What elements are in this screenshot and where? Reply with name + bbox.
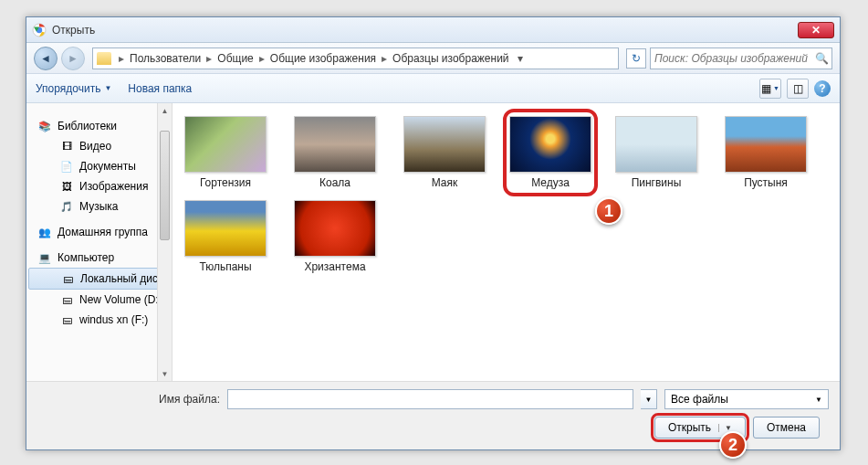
- sidebar-item-music[interactable]: 🎵Музыка: [26, 196, 172, 217]
- breadcrumb[interactable]: ▸ Пользователи ▸ Общие ▸ Общие изображен…: [92, 48, 619, 69]
- filetype-select[interactable]: Все файлы▼: [664, 389, 829, 409]
- sidebar-homegroup[interactable]: 👥Домашняя группа: [26, 222, 172, 242]
- scroll-down-icon[interactable]: ▼: [158, 366, 172, 381]
- search-icon: 🔍: [815, 52, 828, 65]
- search-box[interactable]: 🔍: [650, 48, 832, 69]
- file-thumb[interactable]: Медуза: [507, 112, 594, 193]
- libraries-icon: 📚: [37, 119, 52, 133]
- drive-icon: 🖴: [59, 292, 74, 307]
- new-folder-button[interactable]: Новая папка: [128, 82, 192, 95]
- crumb-2[interactable]: Общие изображения: [267, 52, 380, 65]
- forward-button[interactable]: ►: [61, 47, 85, 70]
- refresh-icon: ↻: [632, 52, 641, 65]
- sidebar-drive-c[interactable]: 🖴Локальный диск: [28, 268, 170, 290]
- thumbnail-label: Гортензия: [200, 176, 251, 189]
- navbar: ◄ ► ▸ Пользователи ▸ Общие ▸ Общие изобр…: [26, 43, 840, 74]
- thumbnail-label: Коала: [319, 176, 350, 189]
- thumbnail-image: [725, 116, 807, 173]
- close-button[interactable]: ✕: [798, 22, 834, 38]
- sidebar-item-video[interactable]: 🎞Видео: [26, 136, 172, 156]
- computer-icon: 💻: [37, 250, 52, 265]
- thumbnail-image: [403, 116, 486, 173]
- sidebar-drive-d[interactable]: 🖴New Volume (D:): [26, 290, 172, 310]
- file-thumb[interactable]: Пустыня: [722, 116, 810, 189]
- cancel-button[interactable]: Отмена: [753, 417, 820, 439]
- chevron-down-icon: ▼: [718, 424, 732, 432]
- view-mode-button[interactable]: ▦▼: [759, 79, 781, 99]
- file-thumb[interactable]: Тюльпаны: [182, 200, 269, 273]
- sidebar-item-documents[interactable]: 📄Документы: [26, 156, 172, 176]
- thumbnail-label: Пустыня: [744, 176, 788, 189]
- drive-icon: 🖴: [59, 312, 74, 327]
- crumb-1[interactable]: Общие: [214, 52, 256, 65]
- thumbnail-image: [615, 116, 697, 173]
- thumbnail-image: [509, 116, 591, 173]
- homegroup-icon: 👥: [37, 225, 52, 239]
- thumbnail-image: [184, 116, 267, 173]
- filename-label: Имя файла:: [37, 393, 220, 406]
- drive-icon: 🖴: [60, 271, 75, 286]
- chevron-right-icon: ▸: [117, 52, 126, 65]
- file-thumb[interactable]: Хризантема: [291, 200, 379, 273]
- thumbnail-label: Маяк: [432, 176, 458, 189]
- help-button[interactable]: ?: [814, 80, 831, 97]
- file-thumb[interactable]: Пингвины: [612, 116, 700, 189]
- organize-menu[interactable]: Упорядочить▼: [36, 82, 111, 95]
- breadcrumb-dropdown[interactable]: ▾: [513, 52, 528, 65]
- file-thumb[interactable]: Гортензия: [182, 116, 269, 189]
- sidebar-drive-f[interactable]: 🖴windus xn (F:): [26, 310, 172, 330]
- close-icon: ✕: [811, 24, 821, 37]
- annotation-marker-2: 2: [719, 431, 747, 459]
- chevron-down-icon: ▼: [773, 85, 779, 91]
- document-icon: 📄: [59, 159, 74, 174]
- refresh-button[interactable]: ↻: [626, 48, 646, 69]
- thumbnail-label: Медуза: [531, 176, 570, 189]
- chevron-right-icon: ▸: [257, 52, 267, 65]
- thumbnail-image: [294, 116, 376, 173]
- file-thumb[interactable]: Маяк: [401, 116, 488, 189]
- filename-input[interactable]: [227, 389, 633, 409]
- chevron-down-icon: ▼: [104, 84, 111, 92]
- chevron-down-icon: ▼: [815, 396, 822, 404]
- crumb-3[interactable]: Образцы изображений: [389, 52, 512, 65]
- file-grid: ГортензияКоалаМаякМедузаПингвиныПустыняТ…: [173, 103, 840, 381]
- scroll-thumb[interactable]: [160, 131, 170, 240]
- arrow-left-icon: ◄: [40, 52, 51, 65]
- thumbnail-label: Пингвины: [632, 176, 682, 189]
- search-input[interactable]: [654, 52, 815, 65]
- chevron-right-icon: ▸: [204, 52, 214, 65]
- sidebar-scrollbar[interactable]: ▲ ▼: [157, 103, 172, 381]
- open-dialog: Открыть ✕ ◄ ► ▸ Пользователи ▸ Общие ▸ О…: [26, 16, 841, 450]
- thumbnail-image: [184, 200, 267, 257]
- video-icon: 🎞: [59, 139, 74, 153]
- sidebar-computer[interactable]: 💻Компьютер: [26, 248, 172, 268]
- arrow-right-icon: ►: [68, 52, 78, 65]
- thumbnail-label: Хризантема: [304, 260, 365, 273]
- sidebar: 📚Библиотеки 🎞Видео 📄Документы 🖼Изображен…: [26, 103, 173, 381]
- crumb-0[interactable]: Пользователи: [126, 52, 204, 65]
- thumbnail-label: Тюльпаны: [199, 260, 251, 273]
- footer: Имя файла: ▼ Все файлы▼ Открыть▼ Отмена: [26, 381, 840, 449]
- pane-icon: ◫: [793, 82, 803, 95]
- filename-dropdown[interactable]: ▼: [641, 389, 657, 409]
- toolbar: Упорядочить▼ Новая папка ▦▼ ◫ ?: [26, 74, 840, 103]
- preview-pane-button[interactable]: ◫: [787, 79, 809, 99]
- sidebar-libraries[interactable]: 📚Библиотеки: [26, 116, 172, 136]
- back-button[interactable]: ◄: [34, 47, 58, 70]
- pictures-icon: 🖼: [59, 179, 74, 194]
- chevron-right-icon: ▸: [380, 52, 389, 65]
- file-thumb[interactable]: Коала: [291, 116, 379, 189]
- thumbnail-image: [294, 200, 376, 257]
- window-title: Открыть: [52, 24, 798, 37]
- thumbnails-icon: ▦: [761, 82, 771, 95]
- help-icon: ?: [819, 82, 825, 95]
- chrome-icon: [32, 23, 47, 37]
- music-icon: 🎵: [59, 199, 74, 214]
- titlebar: Открыть ✕: [26, 17, 840, 43]
- scroll-up-icon[interactable]: ▲: [158, 103, 172, 118]
- folder-icon: [97, 52, 111, 65]
- sidebar-item-pictures[interactable]: 🖼Изображения: [26, 176, 172, 196]
- annotation-marker-1: 1: [595, 197, 622, 225]
